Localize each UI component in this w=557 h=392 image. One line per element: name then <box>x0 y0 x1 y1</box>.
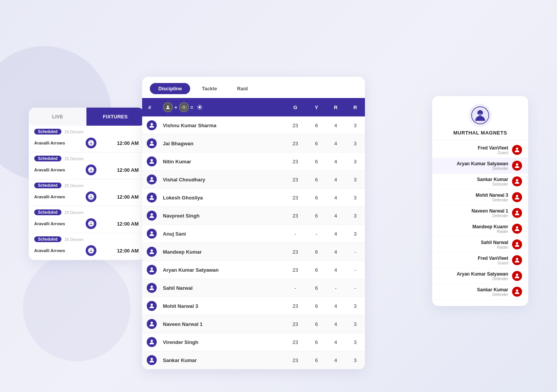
stat-g: - <box>283 279 307 297</box>
row-num <box>142 261 160 279</box>
svg-point-11 <box>151 177 153 179</box>
stat-r2: - <box>345 243 365 261</box>
player-avatar <box>147 301 157 311</box>
stat-g: 23 <box>283 315 307 333</box>
stat-r2: 3 <box>345 225 365 243</box>
stat-r1: 4 <box>326 153 345 171</box>
player-avatar <box>147 319 157 329</box>
player-avatar <box>147 120 157 130</box>
fixture-badge-row-3: Scheduled 26 Decem <box>29 179 144 189</box>
tab-raid[interactable]: Raid <box>229 83 256 94</box>
stat-y: 6 <box>307 153 326 171</box>
stat-r1: 4 <box>326 261 345 279</box>
tab-live[interactable]: LIVE <box>29 108 86 126</box>
row-num <box>142 315 160 333</box>
stat-r1: 4 <box>326 225 345 243</box>
svg-point-32 <box>516 274 518 276</box>
badge-date-4: 26 Decem <box>65 210 84 215</box>
roster-avatar <box>512 161 522 171</box>
roster-avatar <box>512 239 522 249</box>
svg-point-31 <box>516 258 518 260</box>
fixture-badge-row-4: Scheduled 26 Decem <box>29 206 144 216</box>
stat-r1: 4 <box>326 135 345 153</box>
roster-name: Sahil Narwal <box>481 240 508 245</box>
svg-point-15 <box>151 249 153 252</box>
stat-r2: 3 <box>345 207 365 225</box>
stat-r1: - <box>326 279 345 297</box>
team-logo-2 <box>86 164 96 175</box>
table-row: Vishnu Kumar Sharma 23 6 4 3 <box>142 116 365 135</box>
roster-item: Sahil Narwal Raider <box>432 237 528 252</box>
stat-g: 23 <box>283 297 307 315</box>
stat-y: - <box>307 225 326 243</box>
stat-y: 6 <box>307 243 326 261</box>
tab-fixtures[interactable]: FIXTURES <box>86 108 144 126</box>
player-avatar <box>147 337 157 347</box>
stat-g: 23 <box>283 243 307 261</box>
roster-item: Aryan Kumar Satyawan Defender <box>432 158 528 174</box>
roster-item: Sankar Kumar Defender <box>432 284 528 300</box>
stats-tbody: Vishnu Kumar Sharma 23 6 4 3 Jai Bhagwan… <box>142 116 365 369</box>
stat-r1: 4 <box>326 297 345 315</box>
row-num <box>142 351 160 369</box>
roster-info: Fred VanVleet Guard <box>478 145 508 155</box>
stat-g: 23 <box>283 171 307 189</box>
stat-g: 23 <box>283 189 307 207</box>
table-row: Aryan Kumar Satyawan 23 6 4 - <box>142 261 365 279</box>
col-y: Y <box>307 98 326 116</box>
fixture-time-5: 12:00 AM <box>117 248 139 254</box>
team-logo-3 <box>86 191 96 202</box>
row-num <box>142 225 160 243</box>
stats-card: Discipline Tackle Raid # + = <box>142 77 365 369</box>
svg-point-10 <box>151 159 153 161</box>
badge-date-1: 26 Decem <box>65 130 84 134</box>
row-num <box>142 116 160 135</box>
badge-scheduled-1: Scheduled <box>34 129 61 135</box>
table-header-row: # + = <box>142 98 365 116</box>
roster-info: Naveen Narwal 1 Defender <box>472 208 508 218</box>
player-avatar <box>147 283 157 293</box>
player-avatar <box>147 265 157 275</box>
roster-list: Fred VanVleet Guard Aryan Kumar Satyawan… <box>432 140 528 302</box>
stat-y: 6 <box>307 333 326 351</box>
stat-r2: 3 <box>345 171 365 189</box>
fixture-badge-row-5: Scheduled 26 Decem <box>29 233 144 243</box>
svg-point-25 <box>516 163 518 166</box>
row-num <box>142 135 160 153</box>
tab-tackle[interactable]: Tackle <box>193 83 225 94</box>
stat-y: 6 <box>307 171 326 189</box>
col-hash: # <box>142 98 160 116</box>
svg-point-5 <box>167 105 169 107</box>
row-num <box>142 333 160 351</box>
player-avatar <box>147 355 157 365</box>
player-avatar <box>147 211 157 221</box>
team-logo-5 <box>86 245 96 256</box>
badge-scheduled-2: Scheduled <box>34 156 61 161</box>
roster-info: Sankar Kumar Defender <box>477 287 508 297</box>
fixture-time-1: 12:00 AM <box>117 140 139 146</box>
roster-role: Guard <box>478 261 508 265</box>
roster-role: Raider <box>472 229 508 234</box>
roster-item: Naveen Narwal 1 Defender <box>432 205 528 221</box>
player-avatar <box>147 247 157 257</box>
roster-role: Defender <box>457 166 508 171</box>
fixtures-card: LIVE FIXTURES Scheduled 26 Decem Aravall… <box>29 108 144 260</box>
roster-role: Defender <box>472 214 508 218</box>
fixture-team-1: Aravalli Arrows <box>34 141 65 145</box>
tab-discipline[interactable]: Discipline <box>150 83 190 94</box>
stat-g: 23 <box>283 261 307 279</box>
player-name: Nitin Kumar <box>160 153 283 171</box>
stat-r2: 3 <box>345 333 365 351</box>
roster-role: Defender <box>476 198 508 202</box>
table-row: Anuj Sani - - 4 3 <box>142 225 365 243</box>
roster-item: Fred VanVleet Guard <box>432 252 528 268</box>
row-num <box>142 279 160 297</box>
table-row: Lokesh Ghosliya 23 6 4 3 <box>142 189 365 207</box>
roster-avatar <box>512 255 522 265</box>
player-name: Sahil Narwal <box>160 279 283 297</box>
table-row: Sankar Kumar 23 6 4 3 <box>142 351 365 369</box>
team-logo-big <box>469 104 492 127</box>
stat-g: 23 <box>283 153 307 171</box>
player-avatar <box>147 229 157 239</box>
row-num <box>142 207 160 225</box>
